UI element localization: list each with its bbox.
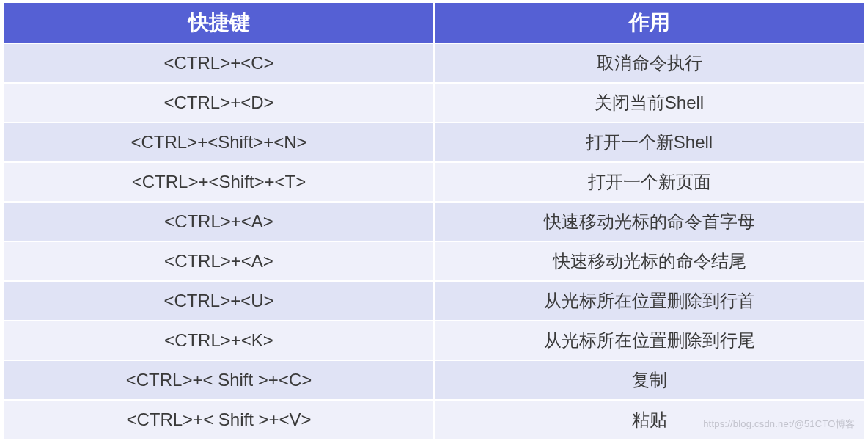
cell-shortcut: <CTRL>+<Shift>+<N> xyxy=(4,123,434,162)
cell-shortcut: <CTRL>+<U> xyxy=(4,281,434,321)
cell-action: 从光标所在位置删除到行首 xyxy=(434,281,864,321)
cell-action: 关闭当前Shell xyxy=(434,83,864,123)
cell-shortcut: <CTRL>+< Shift >+<V> xyxy=(4,400,434,439)
table-row: <CTRL>+< Shift >+<C> 复制 xyxy=(4,360,864,400)
cell-action: 从光标所在位置删除到行尾 xyxy=(434,321,864,360)
cell-shortcut: <CTRL>+< Shift >+<C> xyxy=(4,360,434,400)
cell-action: 复制 xyxy=(434,360,864,400)
table-row: <CTRL>+<Shift>+<N> 打开一个新Shell xyxy=(4,123,864,162)
table-row: <CTRL>+<K> 从光标所在位置删除到行尾 xyxy=(4,321,864,360)
table-row: <CTRL>+<Shift>+<T> 打开一个新页面 xyxy=(4,162,864,202)
cell-action: 打开一个新页面 xyxy=(434,162,864,202)
cell-shortcut: <CTRL>+<K> xyxy=(4,321,434,360)
shortcut-table-container: 快捷键 作用 <CTRL>+<C> 取消命令执行 <CTRL>+<D> 关闭当前… xyxy=(0,0,868,441)
table-header-row: 快捷键 作用 xyxy=(4,3,864,43)
cell-action: 快速移动光标的命令结尾 xyxy=(434,241,864,281)
table-row: <CTRL>+<D> 关闭当前Shell xyxy=(4,83,864,123)
table-row: <CTRL>+<C> 取消命令执行 xyxy=(4,43,864,83)
cell-action: 打开一个新Shell xyxy=(434,123,864,162)
cell-shortcut: <CTRL>+<A> xyxy=(4,241,434,281)
cell-action: 取消命令执行 xyxy=(434,43,864,83)
table-row: <CTRL>+<A> 快速移动光标的命令结尾 xyxy=(4,241,864,281)
cell-shortcut: <CTRL>+<C> xyxy=(4,43,434,83)
cell-shortcut: <CTRL>+<A> xyxy=(4,202,434,241)
header-shortcut: 快捷键 xyxy=(4,3,434,43)
table-row: <CTRL>+< Shift >+<V> 粘贴 xyxy=(4,400,864,439)
cell-shortcut: <CTRL>+<D> xyxy=(4,83,434,123)
cell-action: 粘贴 xyxy=(434,400,864,439)
header-action: 作用 xyxy=(434,3,864,43)
table-row: <CTRL>+<A> 快速移动光标的命令首字母 xyxy=(4,202,864,241)
cell-action: 快速移动光标的命令首字母 xyxy=(434,202,864,241)
shortcut-table: 快捷键 作用 <CTRL>+<C> 取消命令执行 <CTRL>+<D> 关闭当前… xyxy=(4,3,864,439)
table-row: <CTRL>+<U> 从光标所在位置删除到行首 xyxy=(4,281,864,321)
cell-shortcut: <CTRL>+<Shift>+<T> xyxy=(4,162,434,202)
